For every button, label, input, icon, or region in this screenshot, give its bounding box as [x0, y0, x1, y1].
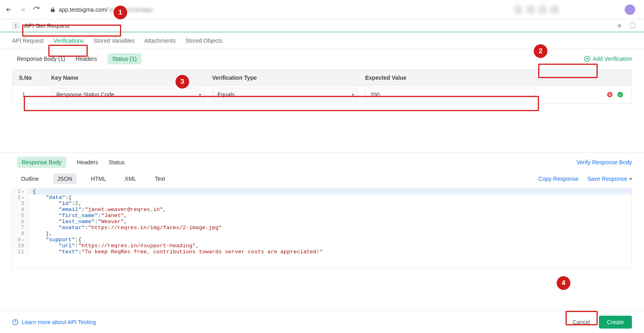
fmt-html[interactable]: HTML — [87, 174, 110, 184]
response-format-tabs: Outline JSON HTML XML Text Copy Response… — [0, 172, 644, 188]
th-verification-type: Verification Type — [212, 74, 365, 81]
add-verification-label: Add Verification — [593, 56, 632, 62]
annotation-box-2-btn — [538, 64, 598, 78]
browser-toolbar: app.testsigma.com/testcase/14/steps — [0, 0, 644, 19]
save-icon[interactable] — [630, 22, 636, 29]
delete-row-icon[interactable] — [607, 91, 613, 98]
forward-button[interactable] — [19, 6, 27, 13]
verify-response-body-link[interactable]: Verify Response Body — [576, 159, 632, 165]
learn-more-link[interactable]: Learn more about API Testing — [12, 319, 96, 325]
step-number: 1 — [12, 22, 19, 29]
response-section-tabs: Response Body Headers Status Verify Resp… — [0, 152, 644, 172]
learn-more-label: Learn more about API Testing — [22, 319, 96, 325]
callout-4: 4 — [557, 276, 570, 290]
profile-avatar[interactable] — [625, 4, 635, 15]
fmt-text[interactable]: Text — [151, 174, 169, 184]
annotation-box-4 — [566, 311, 598, 325]
tab-attachments[interactable]: Attachments — [144, 37, 176, 47]
notification-icon[interactable] — [616, 22, 623, 29]
copy-response-link[interactable]: Copy Response — [539, 176, 579, 182]
subtab-status[interactable]: Status (1) — [107, 53, 142, 64]
add-verification-button[interactable]: Add Verification — [584, 56, 632, 62]
tab-api-request[interactable]: API Request — [12, 37, 44, 47]
callout-2: 2 — [534, 44, 547, 58]
fmt-json[interactable]: JSON — [53, 174, 76, 184]
url-text: app.testsigma.com/testcase/14/steps — [59, 6, 153, 13]
browser-extensions — [514, 4, 619, 16]
annotation-box-1 — [22, 25, 121, 37]
chevron-down-icon: ▾ — [630, 176, 632, 182]
annotation-box-3 — [24, 96, 539, 111]
tab-stored-variables[interactable]: Stored Variables — [93, 37, 134, 47]
fmt-xml[interactable]: XML — [121, 174, 140, 184]
fmt-outline[interactable]: Outline — [17, 174, 43, 184]
tab-stored-objects[interactable]: Stored Objects — [185, 37, 223, 47]
footer-bar: Learn more about API Testing Cancel Crea… — [0, 310, 644, 333]
resp-tab-headers[interactable]: Headers — [77, 159, 98, 165]
svg-point-0 — [618, 24, 621, 27]
lock-icon — [50, 7, 56, 12]
create-button[interactable]: Create — [599, 316, 632, 329]
th-sno: S.No — [19, 74, 51, 81]
resp-tab-body[interactable]: Response Body — [17, 157, 66, 168]
th-expected-value: Expected Value — [365, 74, 542, 81]
back-button[interactable] — [5, 6, 13, 13]
annotation-box-2-tab — [48, 45, 88, 57]
code-l1: { — [33, 188, 36, 194]
code-l2-key: "data" — [45, 194, 65, 201]
callout-1: 1 — [114, 6, 127, 19]
response-body-viewer[interactable]: 1▾{ 2▾ "data":{ 3 "id":2, 4 "email":"jan… — [12, 188, 632, 269]
confirm-row-icon[interactable] — [617, 91, 623, 98]
reload-button[interactable] — [32, 6, 40, 13]
save-response-link[interactable]: Save Response — [587, 176, 627, 182]
callout-3: 3 — [175, 75, 189, 89]
resp-tab-status[interactable]: Status — [109, 159, 125, 165]
